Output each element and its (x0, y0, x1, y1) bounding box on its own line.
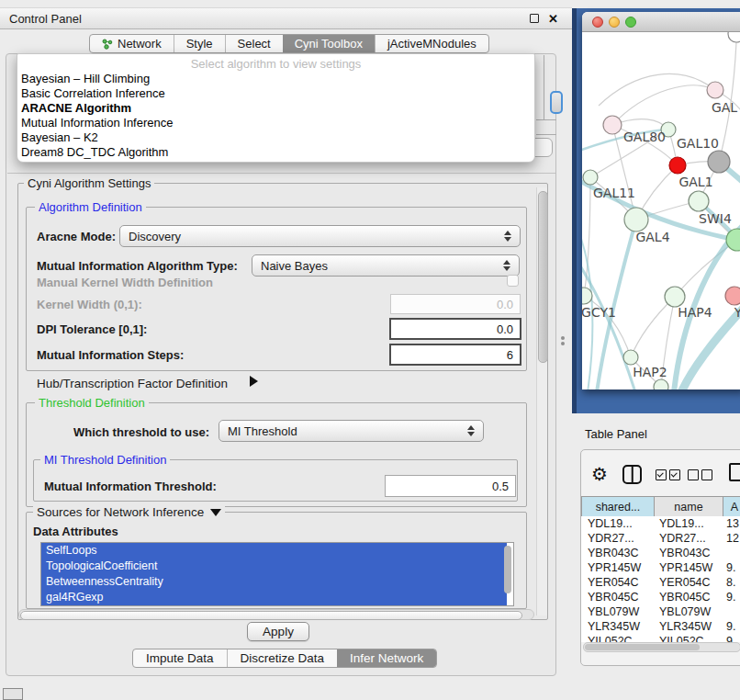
close-window-icon[interactable] (592, 17, 603, 28)
tab-network-label: Network (118, 37, 162, 51)
splitter-handle[interactable] (561, 342, 565, 345)
table-hscrollbar-thumb[interactable] (585, 644, 700, 650)
float-panel-icon[interactable] (530, 14, 539, 23)
node-gal80[interactable] (603, 116, 622, 134)
bottom-tabbar: Impute Data Discretize Data Infer Networ… (132, 649, 437, 668)
sources-title-text: Sources for Network Inference (37, 505, 204, 519)
node-gal2[interactable] (707, 82, 723, 98)
hidden-groupbox-border (536, 119, 556, 120)
sources-group-title[interactable]: Sources for Network Inference (33, 505, 225, 519)
mi-algorithm-type-select[interactable]: Naive Bayes (252, 254, 520, 277)
dropdown-item-aracne[interactable]: ARACNE Algorithm (21, 101, 131, 116)
splitter-handle[interactable] (561, 336, 565, 340)
column-header-name[interactable]: name (655, 496, 723, 518)
manual-kernel-checkbox[interactable] (507, 275, 519, 287)
node-hap2[interactable] (623, 350, 638, 365)
table-row[interactable]: YBR045CYBR045C9. (581, 590, 740, 604)
node-gal1-selected[interactable] (669, 157, 686, 174)
table-row[interactable]: YBL079WYBL079W (581, 604, 740, 619)
dpi-tolerance-value: 0.0 (497, 322, 513, 336)
document-icon[interactable] (729, 463, 740, 481)
column-header-label: A (731, 501, 738, 514)
cell: YDR27... (653, 531, 721, 546)
cell: YBL079W (581, 604, 653, 619)
dropdown-item[interactable]: Basic Correlation Inference (21, 86, 165, 101)
select-all-columns-icon[interactable] (656, 469, 680, 480)
node-gal11[interactable] (583, 170, 598, 185)
kernel-width-value: 0.0 (497, 298, 513, 311)
tab-discretize-data[interactable]: Discretize Data (227, 649, 338, 667)
settings-vertical-scrollbar[interactable] (536, 187, 547, 615)
column-view-icon[interactable] (622, 465, 642, 484)
dropdown-item[interactable]: Dream8 DC_TDC Algorithm (21, 145, 168, 160)
network-canvas[interactable]: GAL GAL80 GAL10 GAL1 GAL11 SWI4 GAL4 GCY… (582, 32, 740, 390)
node-label: GAL1 (678, 175, 712, 189)
cell: YIL052C (653, 634, 721, 642)
node-swi4[interactable] (689, 191, 709, 211)
tab-select[interactable]: Select (225, 35, 283, 52)
which-threshold-select[interactable]: MI Threshold (219, 420, 484, 442)
attribute-item-selected[interactable]: SelfLoops (41, 543, 507, 559)
node-label: HAP4 (678, 305, 712, 320)
attribute-item-selected[interactable]: TopologicalCoefficient (41, 559, 507, 574)
table-row[interactable]: YLR345WYLR345W9. (581, 619, 740, 634)
cell: YBR043C (581, 546, 653, 560)
tab-impute-data[interactable]: Impute Data (133, 649, 227, 667)
deselect-all-columns-icon[interactable] (688, 469, 712, 480)
expand-arrow-icon[interactable] (250, 376, 258, 387)
minimize-window-icon[interactable] (609, 17, 620, 28)
dropdown-item[interactable]: Bayesian – Hill Climbing (21, 72, 150, 86)
table-row[interactable]: YDL19...YDL19...13 (581, 516, 740, 531)
node-unlabeled[interactable] (728, 32, 740, 42)
aracne-mode-select[interactable]: Discovery (119, 225, 521, 247)
node-gray[interactable] (708, 151, 730, 173)
tab-cyni-toolbox[interactable]: Cyni Toolbox (283, 35, 375, 52)
mi-steps-label: Mutual Information Steps: (37, 348, 184, 362)
collapsed-panel-button[interactable] (3, 688, 23, 700)
column-header-partial[interactable]: A (723, 496, 740, 518)
data-attributes-label: Data Attributes (33, 525, 118, 538)
table-horizontal-scrollbar[interactable] (583, 642, 740, 652)
table-row[interactable]: YIL052CYIL052C9 (581, 634, 740, 642)
mi-threshold-field[interactable]: 0.5 (385, 475, 516, 497)
mi-steps-field[interactable]: 6 (389, 344, 521, 366)
gear-icon[interactable]: ⚙ (591, 465, 608, 483)
tab-jactivemnodules[interactable]: jActiveMNodules (375, 35, 488, 52)
stepper-icon (503, 260, 510, 271)
table-row[interactable]: YBR043CYBR043C (581, 546, 740, 560)
node-bottom[interactable] (654, 379, 668, 390)
column-header-shared-name[interactable]: shared... (581, 496, 655, 518)
dpi-tolerance-field[interactable]: 0.0 (389, 318, 521, 340)
attribute-item-selected[interactable]: BetweennessCentrality (41, 574, 507, 590)
close-panel-icon[interactable]: ✕ (548, 12, 558, 26)
control-panel-title: Control Panel (9, 12, 82, 26)
table-row[interactable]: YDR27...YDR27...12 (581, 531, 740, 546)
tab-network[interactable]: Network (90, 35, 174, 52)
node-label: GAL (712, 100, 737, 115)
hub-definition-toggle-label[interactable]: Hub/Transcription Factor Definition (37, 377, 228, 390)
node-label: GAL11 (593, 186, 635, 200)
zoom-window-icon[interactable] (625, 17, 636, 28)
apply-button[interactable]: Apply (247, 622, 309, 641)
settings-scrollbar-thumb[interactable] (538, 191, 548, 363)
dropdown-item[interactable]: Mutual Information Inference (21, 116, 173, 130)
cyni-settings-group-title: Cyni Algorithm Settings (24, 176, 154, 190)
settings-hscrollbar-thumb[interactable] (20, 611, 522, 620)
table-row[interactable]: YER054CYER054C8. (581, 575, 740, 590)
node-hap4[interactable] (665, 287, 685, 307)
cell: 8. (721, 575, 740, 590)
attribute-item-selected[interactable]: gal4RGexp (41, 590, 507, 605)
node-right-pink[interactable] (725, 287, 740, 305)
tab-style[interactable]: Style (174, 35, 225, 52)
node-gal4[interactable] (624, 208, 648, 231)
table-row[interactable]: YPR145WYPR145W9. (581, 560, 740, 575)
attribute-list-scrollbar-thumb[interactable] (504, 546, 511, 593)
cell: YBL079W (653, 604, 721, 619)
network-tab-icon (102, 39, 113, 50)
network-window-titlebar[interactable] (582, 12, 740, 32)
kernel-width-field[interactable]: 0.0 (390, 294, 521, 314)
cell: YDL19... (581, 516, 653, 531)
dropdown-item[interactable]: Bayesian – K2 (21, 130, 98, 145)
tab-infer-network[interactable]: Infer Network (337, 649, 436, 667)
settings-horizontal-scrollbar[interactable] (18, 609, 534, 620)
